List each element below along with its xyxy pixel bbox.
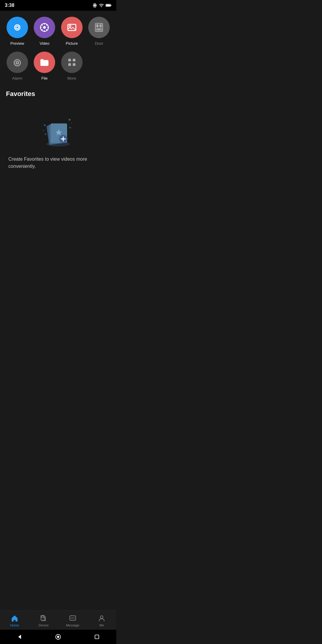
favorites-empty: + Create Favorites to view videos more c… (6, 107, 110, 176)
svg-rect-6 (110, 5, 111, 6)
favorites-title: Favorites (6, 90, 110, 98)
status-bar: 3:38 (0, 0, 116, 11)
picture-icon-circle (61, 17, 83, 38)
door-item[interactable]: Door (87, 17, 112, 46)
preview-label: Preview (10, 41, 24, 46)
svg-point-31 (17, 62, 18, 64)
svg-point-27 (97, 29, 98, 30)
svg-rect-32 (68, 59, 71, 61)
door-icon-circle (88, 17, 110, 38)
favorites-empty-text: Create Favorites to view videos more con… (6, 156, 110, 170)
svg-point-10 (16, 27, 18, 28)
svg-point-44 (44, 124, 46, 126)
svg-point-45 (43, 130, 44, 131)
film-icon (39, 22, 50, 33)
svg-point-19 (41, 29, 43, 31)
vibrate-icon (92, 3, 97, 8)
wifi-icon (99, 3, 104, 8)
more-label: More (67, 76, 76, 80)
door-label: Door (95, 41, 103, 46)
svg-point-12 (43, 26, 46, 29)
svg-rect-7 (106, 4, 110, 6)
file-label: File (41, 76, 48, 80)
video-label: Video (40, 41, 49, 46)
icon-grid-row1: Preview Video (5, 17, 112, 46)
camera-icon (12, 22, 23, 33)
svg-text:+: + (68, 117, 71, 123)
status-icons (92, 3, 112, 8)
alarm-item[interactable]: Alarm (5, 52, 30, 80)
svg-point-22 (69, 25, 71, 27)
picture-label: Picture (66, 41, 78, 46)
favorites-section: Favorites (5, 90, 112, 176)
grid4-icon (66, 57, 77, 68)
svg-rect-33 (73, 59, 75, 61)
preview-icon-circle (7, 17, 28, 38)
svg-rect-3 (96, 4, 97, 7)
preview-item[interactable]: Preview (5, 17, 30, 46)
svg-point-13 (44, 23, 45, 25)
svg-point-16 (47, 27, 49, 28)
alarm-icon-circle (7, 52, 28, 73)
favorites-illustration: + (39, 113, 78, 148)
svg-rect-25 (100, 24, 102, 28)
status-time: 3:38 (5, 3, 14, 8)
svg-point-4 (101, 7, 102, 7)
video-item[interactable]: Video (32, 17, 57, 46)
alarm-icon (12, 57, 23, 68)
svg-rect-24 (96, 24, 99, 28)
svg-rect-26 (96, 28, 102, 31)
svg-point-46 (69, 127, 71, 129)
alarm-label: Alarm (12, 76, 22, 80)
file-item[interactable]: File (32, 52, 57, 80)
svg-point-18 (46, 29, 48, 31)
empty-cell (87, 52, 112, 80)
svg-point-28 (100, 29, 101, 30)
door-icon (94, 22, 104, 33)
picture-item[interactable]: Picture (59, 17, 84, 46)
more-item[interactable]: More (59, 52, 84, 80)
svg-point-15 (40, 27, 42, 28)
folder-icon (39, 57, 50, 68)
svg-point-47 (71, 123, 72, 124)
svg-rect-2 (93, 4, 93, 7)
svg-marker-49 (44, 133, 46, 135)
svg-point-14 (44, 30, 45, 32)
video-icon-circle (34, 17, 55, 38)
svg-point-20 (46, 24, 48, 26)
svg-rect-1 (94, 4, 95, 7)
main-content: Preview Video (0, 11, 116, 176)
svg-rect-21 (68, 24, 76, 31)
image-icon (66, 22, 77, 33)
file-icon-circle (34, 52, 55, 73)
more-icon-circle (61, 52, 83, 73)
svg-point-17 (41, 24, 43, 26)
favorites-empty-illustration: + (39, 113, 78, 148)
svg-rect-34 (68, 63, 71, 66)
icon-grid-row2: Alarm File More (5, 52, 112, 80)
svg-rect-35 (73, 63, 75, 66)
battery-icon (106, 3, 112, 8)
